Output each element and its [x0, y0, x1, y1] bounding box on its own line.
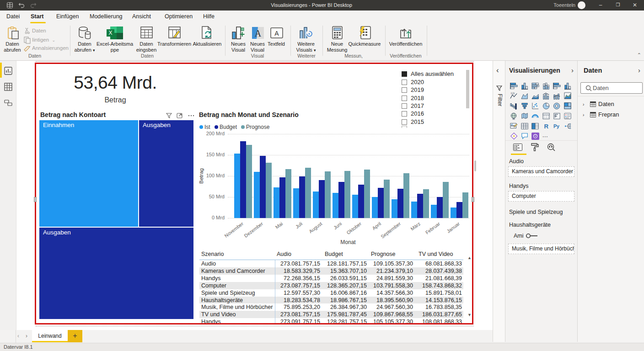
svg-text:Py: Py: [553, 123, 559, 129]
svg-text:A: A: [274, 30, 279, 37]
svg-text:A: A: [255, 28, 262, 38]
svg-text:X: X: [108, 30, 112, 36]
svg-text:0.01: 0.01: [511, 92, 515, 95]
svg-text:R: R: [544, 123, 548, 130]
